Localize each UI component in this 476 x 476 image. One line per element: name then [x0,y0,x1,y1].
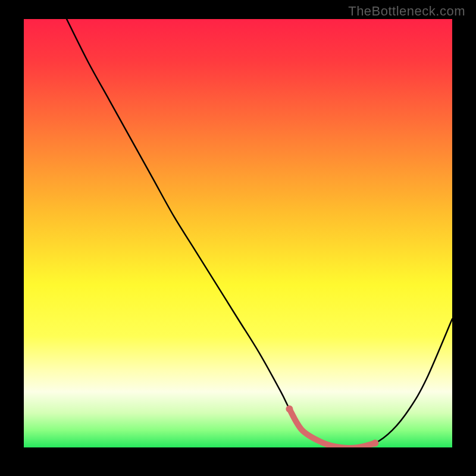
curve-overlay [24,19,452,447]
highlight-start-dot [286,405,293,412]
highlight-end-dot [371,440,378,447]
watermark-text: TheBottleneck.com [348,4,465,19]
bottleneck-curve [67,19,452,447]
highlight-flat-zone [289,409,375,447]
plot-area [24,19,452,447]
chart-frame: TheBottleneck.com [0,0,476,476]
